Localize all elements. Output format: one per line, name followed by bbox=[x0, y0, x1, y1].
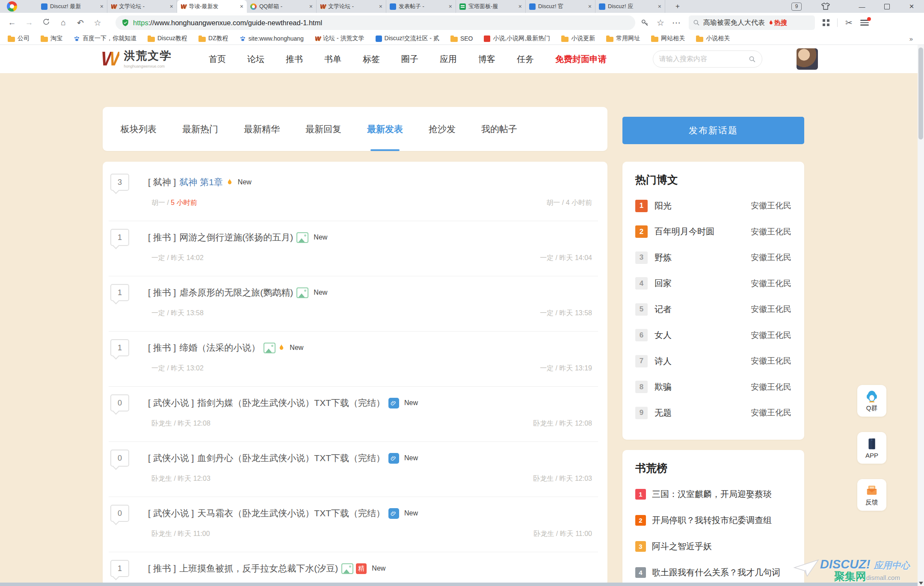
browser-tab[interactable]: 发表帖子 - × bbox=[386, 0, 456, 13]
tab-close-icon[interactable]: × bbox=[309, 3, 313, 9]
tab-counter-badge[interactable]: 9 bbox=[791, 3, 802, 11]
post-category[interactable]: [ 武侠小说 ] bbox=[148, 452, 194, 464]
hot-blog-row[interactable]: 7 诗人 安徽王化民 bbox=[635, 348, 791, 374]
nav-free-cover-link[interactable]: 免费封面申请 bbox=[555, 53, 607, 65]
new-topic-button[interactable]: 发布新话题 bbox=[622, 117, 804, 144]
theme-icon[interactable] bbox=[821, 3, 830, 10]
tab-close-icon[interactable]: × bbox=[518, 3, 522, 9]
minimize-button[interactable]: — bbox=[850, 0, 874, 13]
undo-icon[interactable]: ↶ bbox=[72, 18, 89, 28]
hot-blog-row[interactable]: 1 阳光 安徽王化民 bbox=[635, 193, 791, 219]
post-category[interactable]: [ 推书 ] bbox=[148, 342, 176, 354]
post-category[interactable]: [ 推书 ] bbox=[148, 562, 176, 574]
hot-blog-row[interactable]: 8 欺骗 安徽王化民 bbox=[635, 374, 791, 400]
book-row[interactable]: 2 开局停职？我转投市纪委调查组 bbox=[635, 507, 791, 533]
browser-tab[interactable]: W 导读-最新发 × bbox=[177, 0, 247, 13]
browser-tab[interactable]: W 文学论坛 - × bbox=[107, 0, 177, 13]
forum-tab[interactable]: 板块列表 bbox=[121, 107, 157, 151]
forum-tab[interactable]: 我的帖子 bbox=[481, 107, 517, 151]
hot-blog-row[interactable]: 5 记者 安徽王化民 bbox=[635, 296, 791, 323]
post-author-time[interactable]: 一定 / 昨天 13:02 bbox=[151, 364, 204, 373]
scrollbar-thumb[interactable] bbox=[918, 47, 923, 139]
reply-count-bubble[interactable]: 3 bbox=[110, 174, 129, 191]
tab-close-icon[interactable]: × bbox=[658, 3, 661, 9]
nav-item[interactable]: 论坛 bbox=[247, 53, 264, 65]
browser-tab[interactable]: 宝塔面板-服 × bbox=[456, 0, 526, 13]
bookmark-item[interactable]: W 论坛 - 洪荒文学 bbox=[315, 35, 364, 42]
reply-count-bubble[interactable]: 1 bbox=[110, 560, 129, 577]
bookmark-item[interactable]: 常用网址 bbox=[606, 35, 640, 42]
nav-item[interactable]: 标签 bbox=[363, 53, 380, 65]
forum-tab[interactable]: 抢沙发 bbox=[429, 107, 456, 151]
tab-close-icon[interactable]: × bbox=[449, 3, 452, 9]
reply-count-bubble[interactable]: 1 bbox=[110, 339, 129, 356]
apps-grid-icon[interactable] bbox=[823, 19, 829, 26]
quick-search-box[interactable]: 高瑜被罢免人大代表 热搜 bbox=[689, 15, 815, 30]
bookmark-item[interactable]: site:www.honghuang bbox=[240, 35, 304, 42]
forum-tab[interactable]: 最新热门 bbox=[182, 107, 218, 151]
post-category[interactable]: [ 弑神 ] bbox=[148, 176, 176, 188]
bookmark-item[interactable]: DZ教程 bbox=[198, 35, 228, 42]
close-window-button[interactable]: × bbox=[899, 0, 924, 13]
scrollbar-down-arrow[interactable] bbox=[919, 582, 923, 585]
user-avatar[interactable] bbox=[797, 48, 818, 70]
browser-tab[interactable]: QQ邮箱 - × bbox=[247, 0, 317, 13]
favorite-edit-icon[interactable]: ☆ bbox=[89, 18, 106, 28]
book-row[interactable]: 1 三国：汉室麒麟，开局迎娶蔡琰 bbox=[635, 481, 791, 507]
bookmark-item[interactable]: 小说相关 bbox=[696, 35, 730, 42]
book-row[interactable]: 3 阿斗之智近乎妖 bbox=[635, 533, 791, 559]
post-category[interactable]: [ 武侠小说 ] bbox=[148, 397, 194, 409]
search-icon[interactable] bbox=[749, 56, 756, 63]
post-category[interactable]: [ 推书 ] bbox=[148, 287, 176, 299]
reply-count-bubble[interactable]: 0 bbox=[110, 450, 129, 467]
post-author-time[interactable]: 卧龙生 / 昨天 12:03 bbox=[151, 474, 210, 483]
maximize-button[interactable] bbox=[874, 0, 899, 13]
post-lastreply-time[interactable]: 卧龙生 / 昨天 12:08 bbox=[533, 419, 592, 428]
reply-count-bubble[interactable]: 0 bbox=[110, 505, 129, 522]
tab-close-icon[interactable]: × bbox=[100, 3, 104, 9]
browser-logo-icon[interactable] bbox=[7, 1, 17, 12]
nav-item[interactable]: 任务 bbox=[517, 53, 534, 65]
post-author-time[interactable]: 一定 / 昨天 13:58 bbox=[151, 309, 204, 318]
more-options-icon[interactable]: ⋯ bbox=[672, 18, 681, 28]
hot-blog-row[interactable]: 3 野炼 安徽王化民 bbox=[635, 245, 791, 271]
post-lastreply-time[interactable]: 一定 / 昨天 13:58 bbox=[540, 309, 592, 318]
reply-count-bubble[interactable]: 0 bbox=[110, 394, 129, 411]
post-title-link[interactable]: 虐杀原形的无限之旅(鹦鹉精) bbox=[179, 287, 293, 299]
post-title-link[interactable]: 缔婚（法采的小说） bbox=[179, 342, 260, 354]
bookmark-item[interactable]: 淘宝 bbox=[41, 35, 62, 42]
site-logo[interactable]: W 洪荒文学 honghuangwenxue.com bbox=[101, 48, 172, 68]
bookmark-item[interactable]: SEO bbox=[450, 35, 473, 42]
post-author-time[interactable]: 胡一 / 5 小时前 bbox=[151, 198, 197, 207]
bookmark-item[interactable]: 小说,小说网,最新热门 bbox=[484, 35, 550, 42]
site-search-input[interactable]: 请输入搜索内容 bbox=[653, 50, 762, 68]
tab-close-icon[interactable]: × bbox=[588, 3, 592, 9]
post-author-time[interactable]: 卧龙生 / 昨天 11:00 bbox=[151, 530, 210, 539]
browser-tab[interactable]: W 文学论坛 - × bbox=[317, 0, 386, 13]
password-key-icon[interactable] bbox=[641, 19, 649, 27]
book-row[interactable]: 4 歌土跟我有什么关系？我才几句词 bbox=[635, 559, 791, 586]
post-lastreply-time[interactable]: 卧龙生 / 昨天 11:00 bbox=[533, 530, 592, 539]
tab-close-icon[interactable]: × bbox=[240, 3, 243, 9]
tab-close-icon[interactable]: × bbox=[379, 3, 382, 9]
forward-icon[interactable]: → bbox=[21, 18, 38, 27]
float-button[interactable]: APP bbox=[857, 432, 886, 464]
post-author-time[interactable]: 一定 / 昨天 14:02 bbox=[151, 254, 204, 263]
browser-tab[interactable]: Discuz! 应 × bbox=[595, 0, 665, 13]
post-lastreply-time[interactable]: 一定 / 昨天 14:04 bbox=[540, 254, 592, 263]
nav-item[interactable]: 书单 bbox=[324, 53, 341, 65]
bookmark-item[interactable]: 公司 bbox=[8, 35, 30, 42]
reply-count-bubble[interactable]: 1 bbox=[110, 229, 129, 246]
nav-item[interactable]: 推书 bbox=[286, 53, 303, 65]
refresh-icon[interactable] bbox=[38, 18, 55, 28]
post-title-link[interactable]: 上班摸鱼被抓，反手拉女总裁下水(汐豆) bbox=[179, 562, 338, 574]
browser-tab[interactable]: Discuz! 官 × bbox=[526, 0, 595, 13]
bookmarks-overflow-chevron[interactable]: » bbox=[909, 35, 913, 42]
bookmark-item[interactable]: 小说更新 bbox=[561, 35, 595, 42]
post-title-link[interactable]: 网游之倒行逆施(张扬的五月) bbox=[179, 231, 293, 243]
forum-tab[interactable]: 最新精华 bbox=[244, 107, 280, 151]
bookmark-item[interactable]: Discuz!交流社区 - 贰 bbox=[376, 35, 439, 42]
scrollbar[interactable] bbox=[918, 45, 924, 586]
post-category[interactable]: [ 推书 ] bbox=[148, 231, 176, 243]
nav-item[interactable]: 圈子 bbox=[401, 53, 418, 65]
